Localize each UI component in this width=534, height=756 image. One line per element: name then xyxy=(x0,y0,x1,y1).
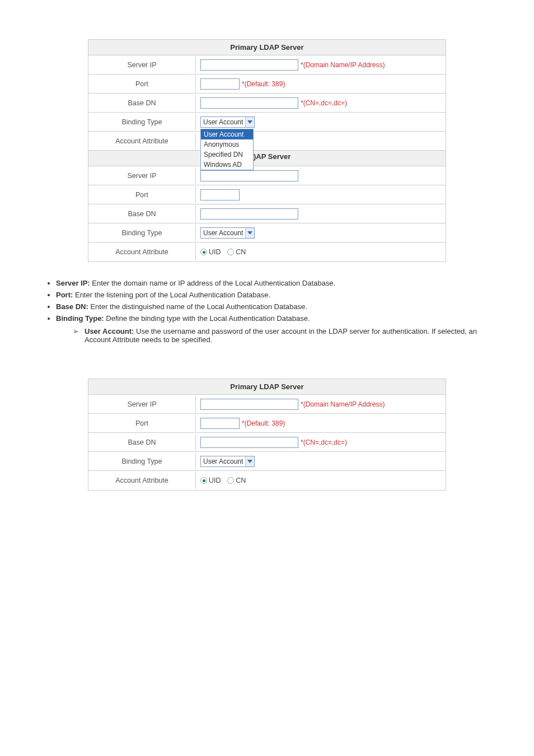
server-ip-input-2[interactable] xyxy=(200,170,298,181)
label-account-attr: Account Attribute xyxy=(88,133,196,150)
port-input-p2[interactable] xyxy=(200,418,240,429)
radio-uid[interactable]: UID xyxy=(200,248,221,256)
label-base-dn-p2: Base DN xyxy=(88,434,196,451)
label-base-dn-2: Base DN xyxy=(88,206,196,222)
binding-type-dropdown: User Account Anonymous Specified DN Wind… xyxy=(200,129,254,170)
server-ip-input-p2[interactable] xyxy=(200,399,298,410)
radio-cn[interactable]: CN xyxy=(227,248,246,256)
server-ip-hint: *(Domain Name/IP Address) xyxy=(301,61,385,69)
binding-type-select-p2[interactable]: User Account xyxy=(200,456,255,467)
arrow-icon: ➢ xyxy=(73,327,79,344)
port-input-2[interactable] xyxy=(200,189,240,200)
list-item: Port: Enter the listening port of the Lo… xyxy=(56,291,500,299)
server-ip-input[interactable] xyxy=(200,59,298,71)
label-binding-type-p2: Binding Type xyxy=(88,453,196,470)
label-port-2: Port xyxy=(88,186,196,203)
label-binding-type: Binding Type xyxy=(88,114,196,130)
server-ip-hint-p2: *(Domain Name/IP Address) xyxy=(301,400,385,408)
panel1-title: Primary LDAP Server xyxy=(88,40,446,55)
primary-ldap-panel-1: Primary LDAP Server Server IP *(Domain N… xyxy=(88,39,446,262)
port-hint-p2: *(Default: 389) xyxy=(242,419,285,427)
label-binding-type-2: Binding Type xyxy=(88,225,196,241)
dropdown-option[interactable]: Specified DN xyxy=(201,150,253,160)
base-dn-input-2[interactable] xyxy=(200,208,298,220)
binding-type-value-p2: User Account xyxy=(203,458,243,465)
base-dn-input-p2[interactable] xyxy=(200,437,298,448)
radio-cn-p2[interactable]: CN xyxy=(227,477,246,484)
base-dn-hint-p2: *(CN=,dc=,dc=) xyxy=(301,438,347,446)
list-item: Binding Type: Define the binding type wi… xyxy=(56,314,500,323)
binding-type-value-2: User Account xyxy=(203,229,243,237)
arrow-list-item: ➢ User Account: Use the username and pas… xyxy=(73,327,500,344)
label-account-attr-2: Account Attribute xyxy=(88,244,196,260)
label-server-ip-2: Server IP xyxy=(88,167,196,184)
dropdown-option[interactable]: Windows AD xyxy=(201,160,253,170)
port-input[interactable] xyxy=(200,78,240,90)
label-server-ip-p2: Server IP xyxy=(88,396,196,413)
dropdown-option[interactable]: User Account xyxy=(201,129,253,139)
list-item: Server IP: Enter the domain name or IP a… xyxy=(56,279,500,287)
panel2-title: Primary LDAP Server xyxy=(88,379,446,395)
label-port-p2: Port xyxy=(88,415,196,432)
base-dn-hint: *(CN=,dc=,dc=) xyxy=(301,99,347,107)
primary-ldap-panel-2: Primary LDAP Server Server IP *(Domain N… xyxy=(88,379,446,491)
label-server-ip: Server IP xyxy=(88,57,196,73)
binding-type-select[interactable]: User Account xyxy=(200,116,255,128)
sec2-title-frag: )AP Server xyxy=(250,151,294,162)
label-base-dn: Base DN xyxy=(88,95,196,111)
chevron-down-icon xyxy=(245,228,254,238)
binding-type-value: User Account xyxy=(203,118,243,126)
list-item: Base DN: Enter the distinguished name of… xyxy=(56,302,500,311)
bullet-list: Server IP: Enter the domain name or IP a… xyxy=(56,279,500,323)
chevron-down-icon xyxy=(245,456,254,466)
label-port: Port xyxy=(88,76,196,92)
radio-uid-p2[interactable]: UID xyxy=(200,477,221,484)
panel1-sec2-header: X )AP Server xyxy=(88,151,446,166)
dropdown-option[interactable]: Anonymous xyxy=(201,139,253,150)
label-account-attr-p2: Account Attribute xyxy=(88,472,196,489)
binding-type-select-2[interactable]: User Account xyxy=(200,227,255,239)
port-hint: *(Default: 389) xyxy=(242,80,285,88)
base-dn-input[interactable] xyxy=(200,97,298,109)
chevron-down-icon xyxy=(245,117,254,127)
